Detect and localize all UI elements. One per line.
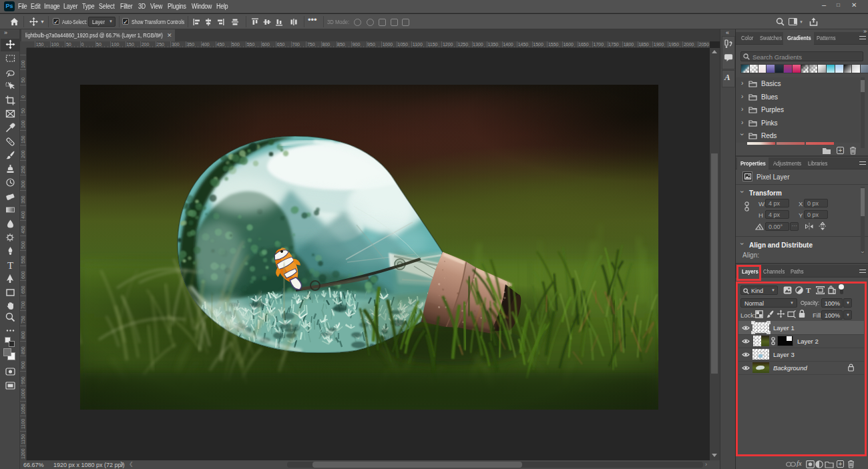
svg-text:T: T <box>7 260 13 270</box>
